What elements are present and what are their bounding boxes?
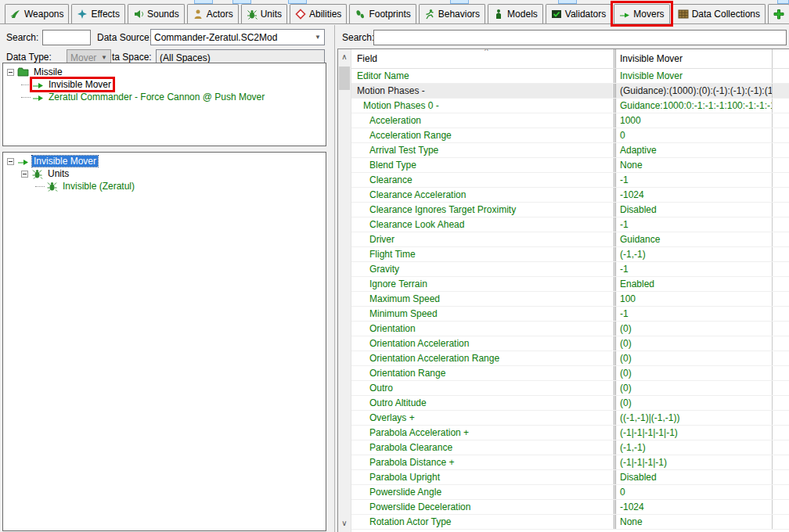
field-name-cell[interactable]: Rotation Actor Type [351, 515, 616, 529]
field-name-cell[interactable]: Ignore Terrain [351, 277, 616, 291]
field-name-cell[interactable]: Clearance Ignores Target Proximity [351, 203, 616, 217]
tab-behaviors[interactable]: Behaviors [419, 4, 485, 23]
field-value-cell[interactable]: Guidance:1000:0:-1:-1:-1:100:-1:-1:-1:-1… [616, 99, 773, 113]
field-name-cell[interactable]: Acceleration [351, 113, 616, 128]
tree-item-units[interactable]: Units [3, 167, 326, 180]
tab-add[interactable] [768, 4, 789, 23]
tab-units[interactable]: Units [241, 4, 287, 23]
field-name-cell[interactable]: Clearance Acceleration [351, 188, 616, 202]
field-value-cell[interactable]: 1000 [616, 113, 773, 128]
field-value-cell[interactable]: (0) [616, 322, 773, 336]
tab-data-collections[interactable]: Data Collections [672, 4, 766, 23]
field-name-cell[interactable]: Maximum Speed [351, 292, 616, 306]
collapse-minus-icon[interactable] [7, 158, 14, 165]
field-value-cell[interactable]: (0) [616, 381, 773, 395]
field-name-cell[interactable]: Acceleration Range [351, 128, 616, 142]
tree-item-invisible-mover[interactable]: Invisible Mover [3, 78, 326, 91]
field-name-cell[interactable]: Motion Phases 0 - [351, 99, 616, 113]
field-name-cell[interactable]: Outro Altitude [351, 396, 616, 410]
field-value-cell[interactable]: Adaptive [616, 143, 773, 157]
field-name-cell[interactable]: Motion Phases - [351, 84, 616, 98]
collapse-minus-icon[interactable] [7, 69, 14, 76]
tree-item-label[interactable]: Missile [32, 66, 64, 77]
tree-item-label[interactable]: Zeratul Commander - Force Cannon @ Push … [47, 92, 266, 102]
table-row[interactable]: Minimum Speed-1 [351, 307, 789, 322]
field-name-cell[interactable]: Orientation Acceleration [351, 336, 616, 350]
field-value-cell[interactable]: Disabled [616, 470, 773, 484]
tree-item-label[interactable]: Invisible Mover [47, 79, 113, 90]
table-row[interactable]: Acceleration1000 [351, 113, 789, 128]
field-value-cell[interactable]: None [616, 515, 773, 529]
field-value-cell[interactable]: (Guidance):(1000):(0):(-1):(-1):(-1):(10… [616, 84, 773, 98]
field-name-cell[interactable]: Powerslide Angle [351, 485, 616, 499]
field-name-cell[interactable]: Orientation Acceleration Range [351, 351, 616, 365]
tab-models[interactable]: Models [488, 4, 543, 23]
field-value-cell[interactable]: (0) [616, 336, 773, 350]
field-value-cell[interactable]: (0) [616, 396, 773, 410]
table-row[interactable]: Clearance Ignores Target ProximityDisabl… [351, 203, 789, 217]
table-row[interactable]: Orientation(0) [351, 322, 789, 336]
field-value-cell[interactable]: ((-1,-1)|(-1,-1)) [616, 411, 773, 425]
left-search-input[interactable] [42, 30, 91, 45]
tab-weapons[interactable]: Weapons [5, 4, 69, 23]
collapse-minus-icon[interactable] [21, 171, 28, 178]
field-column-header[interactable]: Field [351, 49, 616, 68]
field-value-cell[interactable]: (0) [616, 351, 773, 365]
field-value-cell[interactable]: 0 [616, 485, 773, 499]
tree-item-label[interactable]: Invisible (Zeratul) [61, 181, 136, 192]
right-search-input[interactable] [373, 30, 787, 45]
field-name-cell[interactable]: Flight Time [351, 247, 616, 261]
value-column-header[interactable]: Invisible Mover [616, 49, 773, 68]
field-name-cell[interactable]: Gravity [351, 262, 616, 276]
tab-validators[interactable]: Validators [546, 4, 611, 23]
field-name-cell[interactable]: Parabola Distance + [351, 455, 616, 469]
table-row[interactable]: Outro(0) [351, 381, 789, 396]
tree-item-zeratul-commander-force-cannon-push-mover[interactable]: Zeratul Commander - Force Cannon @ Push … [3, 91, 326, 103]
field-value-cell[interactable]: -1 [616, 262, 773, 276]
tab-sounds[interactable]: Sounds [128, 4, 185, 23]
field-name-cell[interactable]: Blend Type [351, 158, 616, 172]
scrollbar-thumb[interactable] [339, 66, 350, 90]
tab-footprints[interactable]: Footprints [349, 4, 416, 23]
field-name-cell[interactable]: Clearance [351, 173, 616, 187]
tree-item-missile[interactable]: Missile [3, 66, 326, 78]
field-table-header[interactable]: Field Invisible Mover ^ [351, 49, 789, 69]
field-value-cell[interactable]: (-1,-1) [616, 247, 773, 261]
table-row[interactable]: Overlays +((-1,-1)|(-1,-1)) [351, 411, 789, 426]
field-value-cell[interactable]: (0) [616, 366, 773, 380]
table-row[interactable]: Parabola Clearance(-1,-1) [351, 440, 789, 455]
field-name-cell[interactable]: Minimum Speed [351, 307, 616, 321]
scroll-down-icon[interactable]: ∨ [338, 518, 351, 530]
field-value-cell[interactable]: -1024 [616, 188, 773, 202]
table-row[interactable]: Powerslide Angle0 [351, 485, 789, 500]
field-value-cell[interactable]: Enabled [616, 277, 773, 291]
table-row[interactable]: Blend TypeNone [351, 158, 789, 173]
field-name-cell[interactable]: Overlays + [351, 411, 616, 425]
table-row[interactable]: Acceleration Range0 [351, 128, 789, 143]
tab-actors[interactable]: Actors [187, 4, 239, 23]
tree-item-invisible-mover[interactable]: Invisible Mover [3, 155, 326, 167]
table-row[interactable]: Orientation Acceleration Range(0) [351, 351, 789, 366]
field-value-cell[interactable]: (-1|-1|-1|-1|-1) [616, 426, 773, 440]
table-row[interactable]: Gravity-1 [351, 262, 789, 277]
field-name-cell[interactable]: Editor Name [351, 69, 616, 83]
field-name-cell[interactable]: Parabola Clearance [351, 440, 616, 455]
field-table-scrollbar[interactable]: ∧ ∨ [338, 49, 351, 532]
field-value-cell[interactable]: Disabled [616, 203, 773, 217]
table-row[interactable]: Clearance-1 [351, 173, 789, 188]
table-row[interactable]: Motion Phases 0 -Guidance:1000:0:-1:-1:-… [351, 99, 789, 113]
table-row[interactable]: Rotation Actor TypeNone [351, 515, 789, 530]
table-row[interactable]: Orientation Acceleration(0) [351, 336, 789, 351]
table-row[interactable]: Clearance Acceleration-1024 [351, 188, 789, 203]
field-name-cell[interactable]: Powerslide Deceleration [351, 500, 616, 514]
field-value-cell[interactable]: -1024 [616, 500, 773, 514]
field-value-cell[interactable]: Invisible Mover [616, 69, 773, 83]
field-value-cell[interactable]: -1 [616, 307, 773, 321]
field-value-cell[interactable]: (-1|-1|-1|-1) [616, 455, 773, 469]
tree-item-invisible-zeratul-[interactable]: Invisible (Zeratul) [3, 180, 326, 192]
field-value-cell[interactable]: None [616, 158, 773, 172]
field-name-cell[interactable]: Driver [351, 232, 616, 246]
field-name-cell[interactable]: Outro [351, 381, 616, 395]
field-name-cell[interactable]: Parabola Upright [351, 470, 616, 484]
table-row[interactable]: Parabola Acceleration +(-1|-1|-1|-1|-1) [351, 426, 789, 440]
